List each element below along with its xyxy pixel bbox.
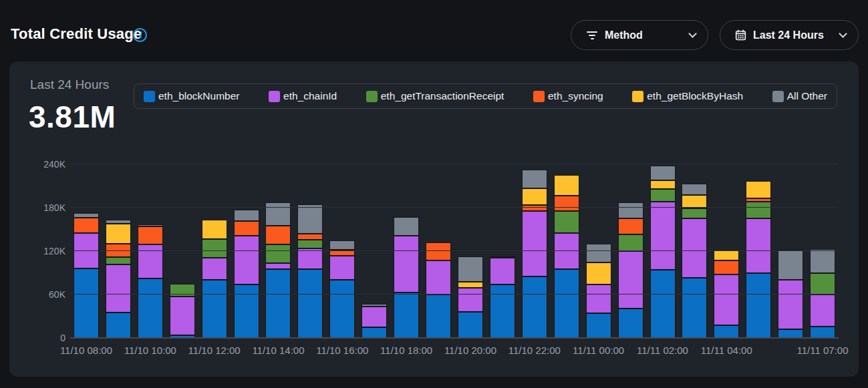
bar-segment-All Other[interactable] [682, 184, 707, 194]
bar-segment-All Other[interactable] [522, 170, 547, 188]
bar-segment-eth_syncing[interactable] [265, 226, 291, 244]
bar-segment-eth_getBlockByHash[interactable] [746, 181, 771, 198]
bar-segment-All Other[interactable] [297, 204, 323, 234]
bar-segment-eth_getTransactionReceipt[interactable] [650, 189, 676, 202]
legend-item-eth_syncing[interactable]: eth_syncing [533, 90, 603, 102]
bar-segment-eth_getBlockByHash[interactable] [586, 262, 611, 284]
bar-segment-eth_blockNumber[interactable] [106, 313, 131, 338]
bar-segment-eth_chainId[interactable] [810, 295, 835, 327]
legend-item-eth_getBlockByHash[interactable]: eth_getBlockByHash [632, 90, 743, 102]
bar-segment-eth_syncing[interactable] [522, 205, 547, 212]
bar-segment-eth_getBlockByHash[interactable] [650, 180, 676, 189]
bar-segment-eth_blockNumber[interactable] [746, 273, 771, 339]
bar-segment-eth_blockNumber[interactable] [650, 270, 676, 338]
bar-segment-eth_blockNumber[interactable] [297, 269, 323, 338]
bar-segment-eth_chainId[interactable] [202, 258, 227, 280]
bar-segment-eth_getTransactionReceipt[interactable] [297, 240, 323, 248]
bar-segment-eth_blockNumber[interactable] [682, 278, 707, 338]
bar-segment-eth_blockNumber[interactable] [74, 268, 99, 338]
bar-column[interactable] [615, 164, 647, 338]
bar-segment-All Other[interactable] [778, 250, 803, 280]
bar-column[interactable] [742, 164, 774, 338]
bar-column[interactable] [647, 164, 679, 338]
bar-segment-All Other[interactable] [394, 217, 419, 236]
bar-segment-All Other[interactable] [458, 256, 483, 282]
bar-column[interactable] [166, 164, 198, 338]
bar-segment-eth_chainId[interactable] [106, 264, 131, 313]
bar-column[interactable] [486, 164, 519, 338]
bar-segment-eth_blockNumber[interactable] [202, 280, 227, 338]
bar-segment-eth_chainId[interactable] [329, 256, 355, 280]
bar-column[interactable] [679, 164, 711, 338]
bar-segment-eth_getTransactionReceipt[interactable] [202, 239, 227, 258]
bar-segment-All Other[interactable] [234, 210, 259, 220]
bar-segment-eth_getTransactionReceipt[interactable] [746, 202, 771, 218]
time-range-button[interactable]: Last 24 Hours [720, 20, 859, 50]
bar-segment-eth_chainId[interactable] [170, 297, 195, 335]
bar-segment-eth_chainId[interactable] [490, 258, 515, 284]
bar-segment-eth_blockNumber[interactable] [490, 284, 515, 338]
bar-segment-eth_blockNumber[interactable] [618, 309, 643, 338]
bar-segment-eth_blockNumber[interactable] [714, 325, 739, 339]
bar-segment-eth_blockNumber[interactable] [394, 293, 419, 338]
bar-segment-eth_getBlockByHash[interactable] [554, 175, 579, 195]
legend-item-eth_blockNumber[interactable]: eth_blockNumber [144, 90, 239, 102]
bar-segment-eth_blockNumber[interactable] [586, 313, 611, 338]
bar-segment-eth_blockNumber[interactable] [234, 284, 259, 338]
bar-column[interactable] [774, 164, 807, 338]
bar-segment-eth_syncing[interactable] [297, 234, 323, 240]
bar-segment-eth_blockNumber[interactable] [329, 280, 355, 338]
bar-segment-eth_blockNumber[interactable] [361, 327, 387, 338]
bar-segment-eth_getTransactionReceipt[interactable] [682, 208, 707, 218]
bar-segment-eth_blockNumber[interactable] [426, 295, 451, 338]
bar-segment-eth_getBlockByHash[interactable] [106, 224, 131, 244]
bar-segment-eth_chainId[interactable] [522, 211, 547, 276]
bar-segment-eth_chainId[interactable] [586, 284, 611, 313]
bar-segment-All Other[interactable] [74, 213, 99, 218]
bar-column[interactable] [807, 164, 839, 338]
bar-segment-eth_getTransactionReceipt[interactable] [554, 211, 579, 233]
bar-segment-All Other[interactable] [329, 240, 355, 250]
bar-segment-eth_getBlockByHash[interactable] [714, 250, 739, 260]
bar-column[interactable] [710, 164, 742, 338]
bar-column[interactable] [326, 164, 358, 338]
bar-segment-eth_chainId[interactable] [682, 218, 707, 278]
bar-segment-All Other[interactable] [265, 202, 291, 226]
bar-segment-eth_syncing[interactable] [618, 218, 643, 234]
bar-segment-All Other[interactable] [650, 166, 676, 180]
bar-column[interactable] [134, 164, 166, 338]
bar-segment-eth_syncing[interactable] [554, 196, 579, 212]
info-icon[interactable]: i [133, 28, 147, 42]
bar-segment-eth_syncing[interactable] [714, 260, 739, 274]
bar-segment-eth_syncing[interactable] [234, 221, 259, 236]
bar-segment-eth_chainId[interactable] [458, 288, 483, 312]
bar-segment-eth_getTransactionReceipt[interactable] [265, 244, 291, 263]
bar-segment-eth_blockNumber[interactable] [138, 278, 163, 338]
bar-column[interactable] [422, 164, 454, 338]
bar-segment-eth_getTransactionReceipt[interactable] [106, 257, 131, 264]
bar-column[interactable] [583, 164, 615, 338]
bar-column[interactable] [551, 164, 583, 338]
bar-column[interactable] [102, 164, 134, 338]
legend-item-All Other[interactable]: All Other [772, 90, 827, 102]
bar-segment-eth_chainId[interactable] [361, 307, 387, 327]
bar-segment-eth_blockNumber[interactable] [265, 269, 291, 338]
bar-segment-eth_syncing[interactable] [138, 226, 163, 244]
bar-segment-eth_blockNumber[interactable] [458, 312, 483, 338]
bar-segment-eth_syncing[interactable] [74, 218, 99, 233]
bar-segment-eth_chainId[interactable] [426, 260, 451, 295]
bar-segment-eth_getBlockByHash[interactable] [522, 188, 547, 205]
bar-segment-eth_getTransactionReceipt[interactable] [618, 234, 643, 251]
bar-column[interactable] [263, 164, 295, 338]
bar-segment-eth_getTransactionReceipt[interactable] [810, 273, 835, 295]
bar-segment-eth_getTransactionReceipt[interactable] [170, 284, 195, 297]
method-filter-button[interactable]: Method [571, 20, 708, 50]
bar-segment-eth_chainId[interactable] [650, 202, 676, 270]
bar-segment-eth_chainId[interactable] [778, 280, 803, 329]
bar-segment-eth_chainId[interactable] [554, 233, 579, 269]
bar-column[interactable] [231, 164, 263, 338]
bar-segment-eth_chainId[interactable] [746, 218, 771, 272]
bar-segment-eth_syncing[interactable] [426, 242, 451, 260]
bar-segment-eth_chainId[interactable] [394, 236, 419, 293]
bar-segment-eth_blockNumber[interactable] [522, 276, 547, 338]
